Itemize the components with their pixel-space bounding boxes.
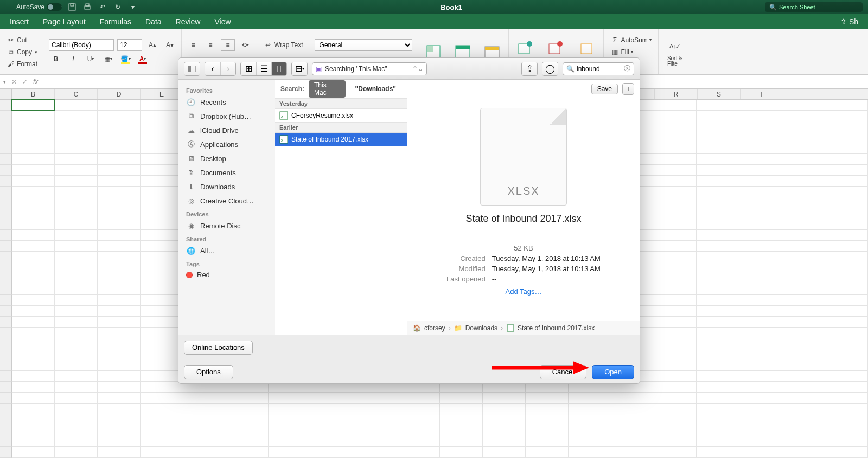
fill-color-button[interactable]: 🪣▾ — [118, 53, 132, 65]
autosave-toggle[interactable]: AutoSave OFF — [16, 3, 62, 11]
chevron-down-icon: ▾ — [35, 49, 37, 55]
italic-button[interactable]: I — [66, 53, 80, 65]
xlsx-label: XLSX — [481, 185, 566, 197]
sidebar-item-all[interactable]: 🌐All… — [178, 244, 275, 258]
back-button[interactable]: ‹ — [205, 62, 220, 75]
increase-font-icon[interactable]: A▴ — [145, 39, 159, 51]
options-button[interactable]: Options — [184, 365, 233, 379]
breadcrumb-seg[interactable]: State of Inbound 2017.xlsx — [518, 324, 595, 332]
decrease-font-icon[interactable]: A▾ — [163, 39, 177, 51]
customize-qat-icon[interactable]: ▾ — [128, 2, 138, 12]
toggle-sidebar-icon[interactable] — [184, 62, 200, 75]
clear-search-icon[interactable]: ⓧ — [624, 64, 630, 73]
sidebar-item-dropbox[interactable]: ⧉Dropbox (Hub… — [178, 109, 275, 123]
arrange-seg: ⊟▾ — [291, 62, 308, 76]
sidebar-item-recents[interactable]: 🕘Recents — [178, 95, 275, 109]
tab-review[interactable]: Review — [176, 17, 201, 26]
wrap-text-button[interactable]: ↩Wrap Text — [261, 40, 305, 50]
nav-seg: ‹ › — [205, 62, 236, 76]
forward-button[interactable]: › — [220, 62, 235, 75]
svg-text:x: x — [281, 138, 283, 143]
tab-insert[interactable]: Insert — [10, 17, 29, 26]
tab-page-layout[interactable]: Page Layout — [43, 17, 86, 26]
fill-button[interactable]: ▥Fill▾ — [608, 47, 653, 57]
orientation-icon[interactable]: ⟲▾ — [238, 39, 252, 51]
font-color-button[interactable]: A▾ — [136, 53, 150, 65]
border-button[interactable]: ▦▾ — [101, 53, 115, 65]
sidebar-item-icloud[interactable]: ☁iCloud Drive — [178, 123, 275, 137]
list-view-icon[interactable]: ☰ — [256, 62, 271, 75]
scope-downloads[interactable]: "Downloads" — [350, 84, 401, 94]
sidebar-item-documents[interactable]: 🗎Documents — [178, 165, 275, 180]
cut-button[interactable]: ✂Cut — [4, 35, 40, 45]
tab-formulas[interactable]: Formulas — [100, 17, 131, 26]
cancel-icon[interactable]: ✕ — [11, 78, 17, 86]
share-button[interactable]: ⇪ Sh — [840, 17, 858, 26]
sidebar-item-desktop[interactable]: 🖥Desktop — [178, 151, 275, 165]
fx-label[interactable]: fx — [33, 78, 38, 86]
file-list-column: Search: This Mac "Downloads" Yesterday x… — [275, 80, 407, 335]
col-header[interactable]: E — [141, 89, 183, 99]
open-button[interactable]: Open — [592, 365, 634, 379]
ribbon-tabs: Insert Page Layout Formulas Data Review … — [0, 14, 868, 29]
sidebar-item-tag-red[interactable]: Red — [178, 268, 275, 281]
sidebar-item-applications[interactable]: ⒶApplications — [178, 137, 275, 151]
copy-button[interactable]: ⧉Copy▾ — [4, 47, 40, 57]
align-top-icon[interactable]: ≡ — [186, 39, 200, 51]
share-icon[interactable]: ⇪ — [522, 62, 537, 75]
enter-icon[interactable]: ✓ — [22, 78, 28, 86]
print-icon[interactable] — [82, 2, 92, 12]
add-tags-link[interactable]: Add Tags… — [446, 287, 601, 296]
tab-data[interactable]: Data — [145, 17, 162, 26]
col-header[interactable] — [783, 89, 826, 99]
sort-icon: A↓Z — [666, 37, 684, 55]
clipboard-group: ✂Cut ⧉Copy▾ 🖌Format — [0, 29, 44, 74]
number-format-combo[interactable]: General — [315, 39, 412, 51]
chevron-updown-icon: ⌃⌄ — [412, 65, 423, 73]
tab-view[interactable]: View — [214, 17, 231, 26]
sigma-icon: Σ — [610, 36, 619, 44]
file-size: 52 KB — [446, 244, 601, 252]
tags-icon[interactable]: ◯ — [542, 62, 558, 75]
icon-view-icon[interactable]: ⊞ — [241, 62, 256, 75]
online-locations-button[interactable]: Online Locations — [184, 341, 253, 355]
breadcrumb-seg[interactable]: cforsey — [424, 324, 445, 332]
autosum-button[interactable]: ΣAutoSum▾ — [608, 35, 653, 45]
col-header[interactable]: T — [741, 89, 783, 99]
search-scope-label: Search: — [280, 85, 304, 93]
sidebar-item-downloads[interactable]: ⬇Downloads — [178, 180, 275, 194]
col-header[interactable]: R — [655, 89, 698, 99]
save-search-button[interactable]: Save — [591, 84, 618, 94]
save-icon[interactable] — [67, 2, 77, 12]
align-bottom-icon[interactable]: ≡ — [221, 39, 235, 51]
breadcrumb-seg[interactable]: Downloads — [465, 324, 497, 332]
font-name-combo[interactable] — [49, 39, 114, 51]
sort-filter-button[interactable]: A↓ZSort & Filte — [663, 36, 687, 68]
col-header[interactable]: B — [12, 89, 55, 99]
col-header[interactable]: S — [698, 89, 741, 99]
file-item[interactable]: x CForseyResume.xlsx — [275, 109, 407, 122]
select-all-corner[interactable] — [0, 89, 12, 99]
location-combo[interactable]: ▣ Searching "This Mac" ⌃⌄ — [312, 62, 427, 75]
sidebar-item-creative-cloud[interactable]: ◎Creative Cloud… — [178, 194, 275, 208]
font-size-combo[interactable] — [117, 39, 142, 51]
col-header[interactable]: D — [98, 89, 141, 99]
scope-this-mac[interactable]: This Mac — [309, 80, 346, 98]
redo-icon[interactable]: ↻ — [113, 2, 123, 12]
cancel-button[interactable]: Cancel — [540, 365, 586, 379]
svg-point-11 — [527, 41, 532, 47]
search-sheet-input[interactable]: 🔍 Search Sheet — [765, 2, 863, 12]
sidebar-item-remote-disc[interactable]: ◉Remote Disc — [178, 219, 275, 233]
bold-button[interactable]: B — [49, 53, 63, 65]
underline-button[interactable]: U▾ — [84, 53, 98, 65]
undo-icon[interactable]: ↶ — [98, 2, 107, 12]
align-middle-icon[interactable]: ≡ — [203, 39, 218, 51]
add-criteria-button[interactable]: + — [622, 83, 634, 95]
col-header[interactable]: C — [55, 89, 98, 99]
file-item-selected[interactable]: x State of Inbound 2017.xlsx — [275, 133, 407, 146]
format-painter-button[interactable]: 🖌Format — [4, 59, 40, 69]
column-view-icon[interactable] — [271, 62, 286, 75]
name-box-dropdown[interactable]: ▾ — [3, 79, 6, 85]
dialog-search-input[interactable]: 🔍 inbound ⓧ — [563, 62, 634, 75]
arrange-icon[interactable]: ⊟▾ — [292, 62, 307, 75]
